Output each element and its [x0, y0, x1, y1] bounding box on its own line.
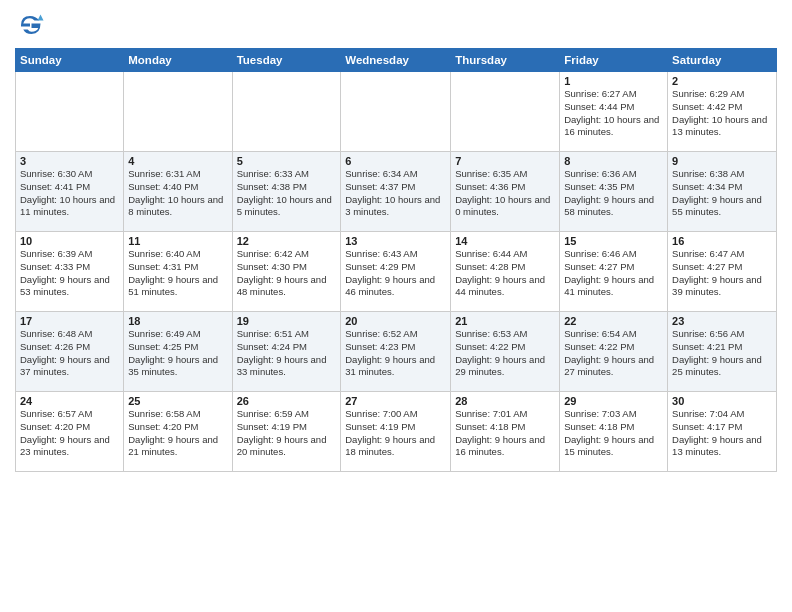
logo-icon	[15, 10, 45, 40]
calendar-cell: 24Sunrise: 6:57 AM Sunset: 4:20 PM Dayli…	[16, 392, 124, 472]
calendar-cell: 12Sunrise: 6:42 AM Sunset: 4:30 PM Dayli…	[232, 232, 341, 312]
day-info: Sunrise: 6:27 AM Sunset: 4:44 PM Dayligh…	[564, 88, 663, 139]
header	[15, 10, 777, 40]
calendar-cell	[124, 72, 232, 152]
calendar-cell: 28Sunrise: 7:01 AM Sunset: 4:18 PM Dayli…	[451, 392, 560, 472]
calendar-week-row: 1Sunrise: 6:27 AM Sunset: 4:44 PM Daylig…	[16, 72, 777, 152]
day-number: 6	[345, 155, 446, 167]
day-info: Sunrise: 6:43 AM Sunset: 4:29 PM Dayligh…	[345, 248, 446, 299]
day-info: Sunrise: 6:34 AM Sunset: 4:37 PM Dayligh…	[345, 168, 446, 219]
calendar-header-saturday: Saturday	[668, 49, 777, 72]
day-number: 19	[237, 315, 337, 327]
calendar-cell	[451, 72, 560, 152]
day-info: Sunrise: 6:52 AM Sunset: 4:23 PM Dayligh…	[345, 328, 446, 379]
svg-marker-0	[38, 15, 44, 21]
calendar-header-thursday: Thursday	[451, 49, 560, 72]
calendar-header-row: SundayMondayTuesdayWednesdayThursdayFrid…	[16, 49, 777, 72]
day-info: Sunrise: 7:04 AM Sunset: 4:17 PM Dayligh…	[672, 408, 772, 459]
calendar-cell: 23Sunrise: 6:56 AM Sunset: 4:21 PM Dayli…	[668, 312, 777, 392]
calendar-week-row: 24Sunrise: 6:57 AM Sunset: 4:20 PM Dayli…	[16, 392, 777, 472]
day-info: Sunrise: 6:48 AM Sunset: 4:26 PM Dayligh…	[20, 328, 119, 379]
calendar-cell: 13Sunrise: 6:43 AM Sunset: 4:29 PM Dayli…	[341, 232, 451, 312]
day-number: 14	[455, 235, 555, 247]
day-number: 28	[455, 395, 555, 407]
day-info: Sunrise: 6:51 AM Sunset: 4:24 PM Dayligh…	[237, 328, 337, 379]
calendar-cell: 6Sunrise: 6:34 AM Sunset: 4:37 PM Daylig…	[341, 152, 451, 232]
day-number: 26	[237, 395, 337, 407]
calendar-cell: 1Sunrise: 6:27 AM Sunset: 4:44 PM Daylig…	[560, 72, 668, 152]
day-number: 18	[128, 315, 227, 327]
day-number: 12	[237, 235, 337, 247]
day-info: Sunrise: 6:46 AM Sunset: 4:27 PM Dayligh…	[564, 248, 663, 299]
day-info: Sunrise: 6:54 AM Sunset: 4:22 PM Dayligh…	[564, 328, 663, 379]
day-info: Sunrise: 6:31 AM Sunset: 4:40 PM Dayligh…	[128, 168, 227, 219]
day-info: Sunrise: 6:29 AM Sunset: 4:42 PM Dayligh…	[672, 88, 772, 139]
calendar-cell: 15Sunrise: 6:46 AM Sunset: 4:27 PM Dayli…	[560, 232, 668, 312]
day-number: 25	[128, 395, 227, 407]
day-number: 3	[20, 155, 119, 167]
day-info: Sunrise: 6:33 AM Sunset: 4:38 PM Dayligh…	[237, 168, 337, 219]
calendar-cell: 19Sunrise: 6:51 AM Sunset: 4:24 PM Dayli…	[232, 312, 341, 392]
calendar-cell: 26Sunrise: 6:59 AM Sunset: 4:19 PM Dayli…	[232, 392, 341, 472]
day-number: 23	[672, 315, 772, 327]
day-number: 1	[564, 75, 663, 87]
day-number: 29	[564, 395, 663, 407]
day-info: Sunrise: 6:39 AM Sunset: 4:33 PM Dayligh…	[20, 248, 119, 299]
day-number: 27	[345, 395, 446, 407]
calendar-header-monday: Monday	[124, 49, 232, 72]
day-number: 10	[20, 235, 119, 247]
day-number: 22	[564, 315, 663, 327]
day-number: 21	[455, 315, 555, 327]
calendar-cell: 11Sunrise: 6:40 AM Sunset: 4:31 PM Dayli…	[124, 232, 232, 312]
calendar-header-wednesday: Wednesday	[341, 49, 451, 72]
calendar-cell: 9Sunrise: 6:38 AM Sunset: 4:34 PM Daylig…	[668, 152, 777, 232]
day-number: 7	[455, 155, 555, 167]
day-number: 4	[128, 155, 227, 167]
day-number: 8	[564, 155, 663, 167]
day-info: Sunrise: 6:44 AM Sunset: 4:28 PM Dayligh…	[455, 248, 555, 299]
calendar-week-row: 17Sunrise: 6:48 AM Sunset: 4:26 PM Dayli…	[16, 312, 777, 392]
calendar-cell: 25Sunrise: 6:58 AM Sunset: 4:20 PM Dayli…	[124, 392, 232, 472]
day-number: 24	[20, 395, 119, 407]
calendar-header-tuesday: Tuesday	[232, 49, 341, 72]
day-number: 2	[672, 75, 772, 87]
calendar-cell: 10Sunrise: 6:39 AM Sunset: 4:33 PM Dayli…	[16, 232, 124, 312]
calendar-cell: 27Sunrise: 7:00 AM Sunset: 4:19 PM Dayli…	[341, 392, 451, 472]
day-number: 20	[345, 315, 446, 327]
calendar-cell: 21Sunrise: 6:53 AM Sunset: 4:22 PM Dayli…	[451, 312, 560, 392]
calendar-cell: 14Sunrise: 6:44 AM Sunset: 4:28 PM Dayli…	[451, 232, 560, 312]
calendar-cell: 30Sunrise: 7:04 AM Sunset: 4:17 PM Dayli…	[668, 392, 777, 472]
calendar-cell: 22Sunrise: 6:54 AM Sunset: 4:22 PM Dayli…	[560, 312, 668, 392]
day-info: Sunrise: 6:40 AM Sunset: 4:31 PM Dayligh…	[128, 248, 227, 299]
calendar-week-row: 3Sunrise: 6:30 AM Sunset: 4:41 PM Daylig…	[16, 152, 777, 232]
day-info: Sunrise: 6:35 AM Sunset: 4:36 PM Dayligh…	[455, 168, 555, 219]
day-info: Sunrise: 6:57 AM Sunset: 4:20 PM Dayligh…	[20, 408, 119, 459]
day-info: Sunrise: 6:47 AM Sunset: 4:27 PM Dayligh…	[672, 248, 772, 299]
day-info: Sunrise: 6:56 AM Sunset: 4:21 PM Dayligh…	[672, 328, 772, 379]
day-info: Sunrise: 6:58 AM Sunset: 4:20 PM Dayligh…	[128, 408, 227, 459]
calendar-cell: 18Sunrise: 6:49 AM Sunset: 4:25 PM Dayli…	[124, 312, 232, 392]
calendar-cell: 4Sunrise: 6:31 AM Sunset: 4:40 PM Daylig…	[124, 152, 232, 232]
calendar-cell: 20Sunrise: 6:52 AM Sunset: 4:23 PM Dayli…	[341, 312, 451, 392]
day-info: Sunrise: 6:53 AM Sunset: 4:22 PM Dayligh…	[455, 328, 555, 379]
calendar-header-friday: Friday	[560, 49, 668, 72]
day-info: Sunrise: 6:30 AM Sunset: 4:41 PM Dayligh…	[20, 168, 119, 219]
day-number: 15	[564, 235, 663, 247]
calendar-cell: 7Sunrise: 6:35 AM Sunset: 4:36 PM Daylig…	[451, 152, 560, 232]
calendar-cell: 17Sunrise: 6:48 AM Sunset: 4:26 PM Dayli…	[16, 312, 124, 392]
calendar-cell: 5Sunrise: 6:33 AM Sunset: 4:38 PM Daylig…	[232, 152, 341, 232]
calendar-cell: 29Sunrise: 7:03 AM Sunset: 4:18 PM Dayli…	[560, 392, 668, 472]
page-container: SundayMondayTuesdayWednesdayThursdayFrid…	[0, 0, 792, 482]
day-number: 11	[128, 235, 227, 247]
day-info: Sunrise: 7:01 AM Sunset: 4:18 PM Dayligh…	[455, 408, 555, 459]
calendar-cell	[232, 72, 341, 152]
day-info: Sunrise: 7:03 AM Sunset: 4:18 PM Dayligh…	[564, 408, 663, 459]
day-info: Sunrise: 6:36 AM Sunset: 4:35 PM Dayligh…	[564, 168, 663, 219]
calendar-cell	[341, 72, 451, 152]
calendar-week-row: 10Sunrise: 6:39 AM Sunset: 4:33 PM Dayli…	[16, 232, 777, 312]
calendar-cell: 16Sunrise: 6:47 AM Sunset: 4:27 PM Dayli…	[668, 232, 777, 312]
day-number: 16	[672, 235, 772, 247]
calendar-cell: 2Sunrise: 6:29 AM Sunset: 4:42 PM Daylig…	[668, 72, 777, 152]
logo	[15, 10, 49, 40]
day-number: 5	[237, 155, 337, 167]
